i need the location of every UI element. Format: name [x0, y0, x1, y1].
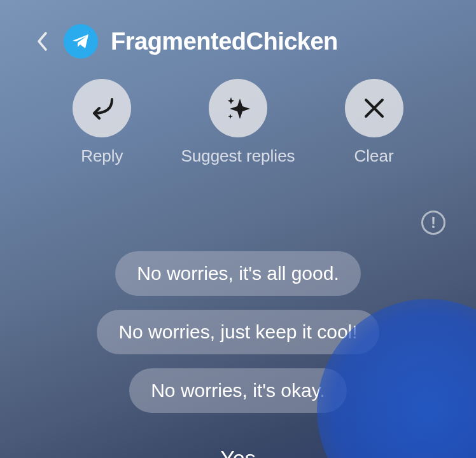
back-button[interactable] [33, 29, 51, 54]
action-buttons-row: Reply Suggest replies Clear [0, 71, 476, 185]
suggestion-chip[interactable]: No worries, it's all good. [115, 251, 361, 296]
suggest-button-circle [209, 79, 267, 137]
chat-header: FragmentedChicken [0, 0, 476, 71]
info-row [0, 185, 476, 241]
suggest-replies-action[interactable]: Suggest replies [181, 79, 295, 166]
clear-label: Clear [354, 146, 394, 166]
suggest-label: Suggest replies [181, 146, 295, 166]
clear-action[interactable]: Clear [345, 79, 403, 166]
telegram-app-icon [64, 24, 98, 59]
contact-name: FragmentedChicken [111, 28, 338, 55]
paper-plane-icon [71, 33, 90, 50]
clear-button-circle [345, 79, 403, 137]
reply-action[interactable]: Reply [73, 79, 131, 166]
sparkle-icon [223, 94, 253, 123]
close-icon [363, 97, 385, 119]
reply-label: Reply [81, 146, 123, 166]
reply-arrow-icon [88, 97, 116, 120]
reply-button-circle [73, 79, 131, 137]
chevron-left-icon [36, 31, 48, 52]
suggestion-chip[interactable]: No worries, it's okay. [129, 368, 347, 413]
info-icon[interactable] [421, 211, 445, 235]
